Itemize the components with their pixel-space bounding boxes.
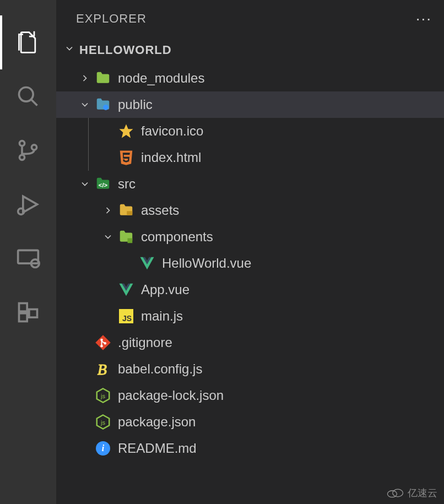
js-icon: JS [118, 308, 134, 324]
svg-point-0 [19, 88, 34, 102]
tree-label: src [118, 176, 136, 192]
tree-file-main-js[interactable]: JS main.js [56, 303, 444, 329]
activity-remote[interactable] [0, 231, 56, 285]
tree-label: main.js [141, 308, 183, 324]
svg-rect-9 [19, 304, 28, 312]
svg-text:</>: </> [99, 182, 108, 188]
indent-guide [88, 144, 89, 171]
svg-point-4 [31, 145, 36, 150]
tree-label: package.json [118, 414, 196, 430]
tree-label: assets [141, 203, 179, 218]
chevron-right-icon [101, 205, 115, 216]
git-icon [95, 334, 111, 351]
indent-guide [88, 118, 89, 144]
tree-label: babel.config.js [118, 361, 202, 377]
tree-folder-assets[interactable]: assets [56, 197, 444, 224]
tree-label: App.vue [141, 282, 189, 297]
chevron-right-icon [78, 73, 91, 84]
tree-label: node_modules [118, 71, 204, 86]
chevron-down-icon [78, 99, 91, 110]
star-icon [118, 123, 134, 139]
svg-point-28 [393, 489, 403, 497]
project-name: HELLOWORLD [79, 43, 172, 57]
svg-point-2 [19, 141, 24, 146]
svg-point-6 [18, 208, 24, 214]
vue-icon [118, 281, 134, 298]
svg-text:B: B [98, 361, 107, 377]
folder-public-icon [95, 96, 111, 113]
chevron-down-icon [101, 231, 115, 242]
svg-rect-10 [19, 313, 28, 322]
tree-label: favicon.ico [141, 123, 203, 139]
tree-label: README.md [118, 441, 197, 456]
activity-bar [0, 0, 56, 504]
svg-text:js: js [100, 419, 105, 426]
tree-file-index-html[interactable]: index.html [56, 144, 444, 171]
babel-icon: B [95, 361, 111, 377]
svg-line-1 [31, 100, 37, 106]
tree-label: index.html [141, 150, 201, 165]
tree-label: .gitignore [118, 335, 172, 350]
watermark-text: 亿速云 [408, 486, 437, 500]
tree-file-babel-config[interactable]: B babel.config.js [56, 356, 444, 382]
explorer-sidebar: EXPLORER ··· HELLOWORLD node_modules [56, 0, 444, 504]
activity-search[interactable] [0, 69, 56, 123]
svg-rect-15 [127, 211, 132, 215]
svg-text:js: js [100, 393, 105, 399]
tree-label: components [141, 229, 213, 245]
folder-assets-icon [118, 202, 134, 219]
activity-source-control[interactable] [0, 123, 56, 177]
sidebar-header: EXPLORER ··· [56, 0, 444, 37]
html5-icon [118, 149, 134, 166]
tree-file-helloworld-vue[interactable]: HelloWorld.vue [56, 250, 444, 277]
file-tree: node_modules public favicon.ico [56, 63, 444, 462]
more-actions-icon[interactable]: ··· [416, 10, 432, 28]
tree-file-favicon[interactable]: favicon.ico [56, 118, 444, 144]
sidebar-title: EXPLORER [76, 12, 147, 26]
svg-rect-7 [18, 250, 39, 263]
activity-explorer[interactable] [0, 15, 56, 69]
nodejs-icon: js [95, 387, 111, 404]
project-header[interactable]: HELLOWORLD [56, 37, 444, 63]
folder-src-icon: </> [95, 176, 111, 192]
tree-file-app-vue[interactable]: App.vue [56, 277, 444, 303]
activity-debug[interactable] [0, 177, 56, 231]
svg-point-3 [19, 155, 24, 160]
tree-folder-public[interactable]: public [56, 91, 444, 118]
svg-rect-16 [128, 239, 133, 243]
watermark: 亿速云 [386, 486, 437, 500]
tree-folder-node-modules[interactable]: node_modules [56, 65, 444, 91]
activity-extensions[interactable] [0, 285, 56, 339]
svg-point-12 [103, 105, 109, 110]
tree-file-gitignore[interactable]: .gitignore [56, 329, 444, 356]
tree-file-package-lock[interactable]: js package-lock.json [56, 382, 444, 409]
svg-marker-5 [23, 196, 37, 212]
info-icon: i [95, 440, 111, 457]
svg-marker-13 [120, 124, 133, 138]
tree-file-package-json[interactable]: js package.json [56, 409, 444, 435]
tree-folder-src[interactable]: </> src [56, 171, 444, 197]
tree-label: package-lock.json [118, 388, 224, 403]
chevron-down-icon [64, 43, 75, 57]
tree-folder-components[interactable]: components [56, 224, 444, 250]
chevron-down-icon [78, 178, 91, 189]
tree-label: HelloWorld.vue [162, 256, 251, 271]
tree-file-readme[interactable]: i README.md [56, 435, 444, 462]
nodejs-icon: js [95, 414, 111, 430]
folder-components-icon [118, 229, 134, 245]
vue-icon [139, 255, 155, 272]
tree-label: public [118, 97, 153, 112]
folder-icon [95, 70, 111, 86]
svg-rect-11 [29, 310, 37, 318]
